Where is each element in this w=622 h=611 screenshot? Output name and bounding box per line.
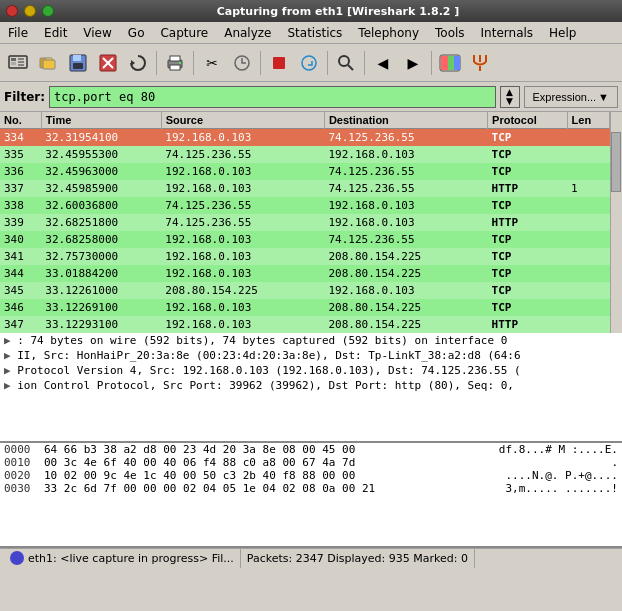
toolbar-close-capture-btn[interactable]	[94, 49, 122, 77]
table-row[interactable]: 34733.12293100192.168.0.103208.80.154.22…	[0, 316, 610, 333]
table-row[interactable]: 33732.45985900192.168.0.10374.125.236.55…	[0, 180, 610, 197]
table-row[interactable]: 34633.12269100192.168.0.103208.80.154.22…	[0, 299, 610, 316]
menu-tools[interactable]: Tools	[427, 22, 473, 43]
svg-rect-27	[448, 56, 454, 70]
table-row[interactable]: 34032.68258000192.168.0.10374.125.236.55…	[0, 231, 610, 248]
col-destination: Destination	[324, 112, 487, 129]
expression-button[interactable]: Expression... ▼	[524, 86, 618, 108]
window-title: Capturing from eth1 [Wireshark 1.8.2 ]	[60, 5, 616, 18]
toolbar-sep-5	[364, 51, 365, 75]
col-time: Time	[41, 112, 161, 129]
status-icon	[10, 551, 24, 565]
table-row[interactable]: 34433.01884200192.168.0.103208.80.154.22…	[0, 265, 610, 282]
detail-row-4[interactable]: ▶ ion Control Protocol, Src Port: 39962 …	[0, 378, 622, 393]
table-row[interactable]: 33532.4595530074.125.236.55192.168.0.103…	[0, 146, 610, 163]
toolbar-forward-btn[interactable]: ▶	[399, 49, 427, 77]
hex-bytes: 00 3c 4e 6f 40 00 40 06 f4 88 c0 a8 00 6…	[44, 456, 603, 469]
hex-row: 003033 2c 6d 7f 00 00 00 02 04 05 1e 04 …	[0, 482, 622, 495]
table-row[interactable]: 34132.75730000192.168.0.103208.80.154.22…	[0, 248, 610, 265]
hex-offset: 0000	[4, 443, 44, 456]
svg-point-22	[302, 56, 316, 70]
filter-arrow-button[interactable]: ▲▼	[500, 86, 520, 108]
hex-pane: 000064 66 b3 38 a2 d8 00 23 4d 20 3a 8e …	[0, 443, 622, 548]
packet-list-container: No. Time Source Destination Protocol Len…	[0, 112, 622, 333]
toolbar-sep-3	[260, 51, 261, 75]
toolbar-back-btn[interactable]: ◀	[369, 49, 397, 77]
toolbar-restart-btn[interactable]	[295, 49, 323, 77]
hex-row: 000064 66 b3 38 a2 d8 00 23 4d 20 3a 8e …	[0, 443, 622, 456]
menu-statistics[interactable]: Statistics	[279, 22, 350, 43]
toolbar-colorize-btn[interactable]	[436, 49, 464, 77]
filter-label: Filter:	[4, 90, 45, 104]
hex-offset: 0030	[4, 482, 44, 495]
packet-table: No. Time Source Destination Protocol Len…	[0, 112, 610, 333]
hex-ascii: ....N.@. P.+@....	[505, 469, 618, 482]
menu-file[interactable]: File	[0, 22, 36, 43]
close-button[interactable]	[6, 5, 18, 17]
scroll-thumb[interactable]	[611, 132, 621, 192]
hex-ascii: .	[611, 456, 618, 469]
table-row[interactable]: 33432.31954100192.168.0.10374.125.236.55…	[0, 129, 610, 146]
menu-view[interactable]: View	[75, 22, 119, 43]
toolbar-reload-btn[interactable]	[124, 49, 152, 77]
menu-analyze[interactable]: Analyze	[216, 22, 279, 43]
svg-rect-32	[479, 66, 481, 71]
svg-line-24	[348, 65, 353, 70]
status-source: eth1: <live capture in progress> Fil...	[28, 552, 234, 565]
title-bar: Capturing from eth1 [Wireshark 1.8.2 ]	[0, 0, 622, 22]
hex-ascii: df.8...# M :....E.	[499, 443, 618, 456]
filter-input[interactable]	[49, 86, 496, 108]
svg-rect-10	[73, 55, 81, 61]
toolbar-cut-btn[interactable]: ✂	[198, 49, 226, 77]
col-protocol: Protocol	[488, 112, 568, 129]
hex-bytes: 33 2c 6d 7f 00 00 00 02 04 05 1e 04 02 0…	[44, 482, 497, 495]
hex-offset: 0010	[4, 456, 44, 469]
hex-ascii: 3,m..... .......!	[505, 482, 618, 495]
toolbar-prefs-btn[interactable]	[466, 49, 494, 77]
svg-rect-30	[479, 55, 481, 62]
detail-row-3[interactable]: ▶ Protocol Version 4, Src: 192.168.0.103…	[0, 363, 622, 378]
toolbar-find-btn[interactable]	[332, 49, 360, 77]
menu-internals[interactable]: Internals	[473, 22, 542, 43]
menu-go[interactable]: Go	[120, 22, 153, 43]
detail-row-1[interactable]: ▶ : 74 bytes on wire (592 bits), 74 byte…	[0, 333, 622, 348]
toolbar-stop-btn[interactable]	[265, 49, 293, 77]
svg-rect-31	[485, 55, 487, 62]
svg-rect-2	[11, 62, 16, 65]
expr-dropdown-icon: ▼	[598, 91, 609, 103]
toolbar-interface-btn[interactable]	[4, 49, 32, 77]
status-icon-segment: eth1: <live capture in progress> Fil...	[4, 549, 241, 568]
toolbar-print-btn[interactable]	[161, 49, 189, 77]
hex-bytes: 10 02 00 9c 4e 1c 40 00 50 c3 2b 40 f8 8…	[44, 469, 497, 482]
svg-rect-11	[73, 63, 83, 69]
menu-telephony[interactable]: Telephony	[350, 22, 427, 43]
toolbar-refresh-btn[interactable]	[228, 49, 256, 77]
svg-rect-28	[454, 56, 460, 70]
svg-rect-29	[473, 55, 475, 62]
toolbar-save-btn[interactable]	[64, 49, 92, 77]
menu-capture[interactable]: Capture	[152, 22, 216, 43]
hex-bytes: 64 66 b3 38 a2 d8 00 23 4d 20 3a 8e 08 0…	[44, 443, 491, 456]
details-pane: ▶ : 74 bytes on wire (592 bits), 74 byte…	[0, 333, 622, 443]
toolbar-open-btn[interactable]	[34, 49, 62, 77]
svg-marker-15	[131, 60, 135, 66]
minimize-button[interactable]	[24, 5, 36, 17]
filter-bar: Filter: ▲▼ Expression... ▼	[0, 82, 622, 112]
menu-edit[interactable]: Edit	[36, 22, 75, 43]
svg-rect-1	[11, 58, 16, 61]
toolbar-sep-2	[193, 51, 194, 75]
svg-rect-26	[441, 56, 448, 70]
table-row[interactable]: 33632.45963000192.168.0.10374.125.236.55…	[0, 163, 610, 180]
packet-list: No. Time Source Destination Protocol Len…	[0, 112, 610, 333]
table-row[interactable]: 34533.12261000208.80.154.225192.168.0.10…	[0, 282, 610, 299]
table-row[interactable]: 33832.6003680074.125.236.55192.168.0.103…	[0, 197, 610, 214]
table-row[interactable]: 33932.6825180074.125.236.55192.168.0.103…	[0, 214, 610, 231]
packet-scrollbar[interactable]	[610, 112, 622, 333]
hex-offset: 0020	[4, 469, 44, 482]
col-source: Source	[161, 112, 324, 129]
svg-rect-21	[273, 57, 285, 69]
detail-row-2[interactable]: ▶ II, Src: HonHaiPr_20:3a:8e (00:23:4d:2…	[0, 348, 622, 363]
menu-help[interactable]: Help	[541, 22, 584, 43]
maximize-button[interactable]	[42, 5, 54, 17]
table-header-row: No. Time Source Destination Protocol Len	[0, 112, 610, 129]
